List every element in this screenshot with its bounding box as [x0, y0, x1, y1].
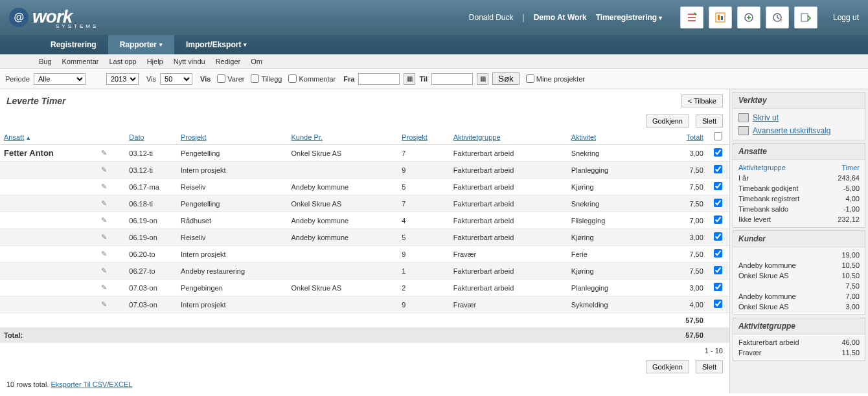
kv-val: 243,64 — [828, 173, 860, 183]
count-select[interactable]: 50 — [160, 73, 192, 85]
cell-prosjekt: Pengetelling — [177, 195, 288, 212]
export-link[interactable]: Eksporter Til CSV/EXCEL — [51, 380, 132, 388]
row-checkbox[interactable] — [714, 300, 722, 308]
col-prosjekt[interactable]: Prosjekt — [181, 133, 207, 141]
row-checkbox[interactable] — [714, 249, 722, 258]
calendar-icon[interactable]: ▦ — [404, 73, 415, 85]
chk-varer[interactable]: Varer — [217, 74, 244, 83]
toolbar-icon-3[interactable] — [737, 6, 760, 28]
menu-rediger[interactable]: Rediger — [216, 58, 241, 65]
logo: @ work SYSTEMS — [9, 6, 98, 29]
grand-total: 57,50 — [656, 328, 707, 343]
toolbar-icon-5[interactable] — [794, 6, 817, 28]
back-button[interactable]: < Tilbake — [681, 94, 723, 107]
cell-tot: 7,50 — [656, 195, 707, 212]
edit-icon[interactable]: ✎ — [100, 300, 109, 309]
cell-prosjekt: Andeby restaurering — [177, 263, 288, 280]
edit-icon[interactable]: ✎ — [100, 182, 109, 191]
pagination: 1 - 10 — [0, 343, 729, 358]
cell-kunde — [288, 296, 398, 313]
row-checkbox[interactable] — [714, 165, 722, 173]
edit-icon[interactable]: ✎ — [100, 166, 109, 174]
table-row: ✎07.03-onPengebingenOnkel Skrue AS2Faktu… — [0, 280, 729, 296]
col-ansatt[interactable]: Ansatt — [4, 133, 24, 141]
cell-tot: 3,00 — [656, 280, 707, 296]
search-button[interactable]: Søk — [492, 72, 520, 85]
edit-icon[interactable]: ✎ — [100, 149, 109, 157]
approve-button-bottom[interactable]: Godkjenn — [646, 360, 689, 373]
kv-key — [738, 281, 831, 291]
col-dato[interactable]: Dato — [129, 133, 144, 141]
app-header: @ work SYSTEMS Donald Duck | Demo At Wor… — [0, 0, 868, 35]
print-link[interactable]: Skriv ut — [738, 111, 860, 124]
header-module-dropdown[interactable]: Timeregistrering — [596, 13, 662, 22]
menu-om[interactable]: Om — [251, 58, 262, 65]
menu-kommentar[interactable]: Kommentar — [62, 58, 99, 65]
adv-print-link[interactable]: Avanserte utskriftsvalg — [738, 124, 860, 137]
row-checkbox[interactable] — [714, 182, 722, 190]
nav-item-import/eksport[interactable]: Import/Eksport — [174, 35, 258, 54]
approve-button-top[interactable]: Godkjenn — [646, 115, 689, 127]
header-company[interactable]: Demo At Work — [534, 13, 587, 22]
row-checkbox[interactable] — [714, 215, 722, 224]
delete-button-top[interactable]: Slett — [696, 115, 723, 127]
cell-akt: Snekring — [567, 145, 656, 162]
grand-label: Total: — [0, 328, 656, 343]
logout-link[interactable]: Logg ut — [833, 13, 859, 22]
toolbar-icon-4[interactable]: 7 — [766, 6, 789, 28]
chk-tillegg[interactable]: Tillegg — [251, 74, 282, 83]
select-all-checkbox[interactable] — [714, 132, 722, 140]
logo-subtext: SYSTEMS — [56, 23, 98, 29]
nav-item-registrering[interactable]: Registrering — [39, 35, 108, 54]
fra-input[interactable] — [358, 73, 400, 85]
calendar-icon[interactable]: ▦ — [477, 73, 488, 85]
cell-dato: 07.03-on — [125, 296, 177, 313]
svg-rect-2 — [721, 16, 723, 20]
adv-print-label: Avanserte utskriftsvalg — [753, 126, 831, 135]
col-totalt[interactable]: Totalt — [687, 133, 703, 141]
row-checkbox[interactable] — [714, 232, 722, 241]
col-aktgruppe[interactable]: Aktivitetgruppe — [453, 133, 501, 141]
menu-hjelp[interactable]: Hjelp — [147, 58, 163, 65]
employee-name: Fetter Anton — [4, 148, 54, 158]
col-prosjekt2[interactable]: Prosjekt — [402, 133, 428, 141]
cell-prosjekt: Intern prosjekt — [177, 162, 288, 179]
table-row: ✎06.19-onReiselivAndeby kommune5Fakturer… — [0, 229, 729, 246]
edit-icon[interactable]: ✎ — [100, 250, 109, 258]
edit-icon[interactable]: ✎ — [100, 199, 109, 208]
edit-icon[interactable]: ✎ — [100, 233, 109, 241]
period-select[interactable]: Alle — [34, 73, 86, 85]
row-checkbox[interactable] — [714, 283, 722, 291]
til-label: Til — [419, 75, 428, 83]
menu-bug[interactable]: Bug — [39, 58, 52, 65]
logo-badge-icon: @ — [9, 8, 29, 27]
row-checkbox[interactable] — [714, 266, 722, 274]
nav-item-rapporter[interactable]: Rapporter — [108, 35, 174, 54]
cell-pr: 9 — [398, 296, 450, 313]
delete-button-bottom[interactable]: Slett — [696, 360, 723, 373]
cell-grp: Fakturerbart arbeid — [450, 229, 567, 246]
year-select[interactable]: 2013 — [106, 73, 139, 85]
toolbar-icon-1[interactable] — [680, 6, 703, 28]
edit-icon[interactable]: ✎ — [100, 267, 109, 275]
edit-icon[interactable]: ✎ — [100, 216, 109, 225]
edit-icon[interactable]: ✎ — [100, 283, 109, 292]
chk-kommentar[interactable]: Kommentar — [288, 74, 336, 83]
col-aktivitet[interactable]: Aktivitet — [571, 133, 597, 141]
row-checkbox[interactable] — [714, 199, 722, 207]
row-checkbox[interactable] — [714, 148, 722, 157]
cell-pr: 9 — [398, 162, 450, 179]
kv-val: 46,00 — [832, 337, 860, 347]
filter-toolbar: Periode Alle 2013 Vis 50 Vis Varer Tille… — [0, 69, 868, 89]
til-input[interactable] — [431, 73, 473, 85]
table-row: ✎07.03-onIntern prosjekt9FraværSykmeldin… — [0, 296, 729, 313]
svg-rect-1 — [718, 15, 720, 20]
cell-pr: 1 — [398, 263, 450, 280]
menu-nytt-vindu[interactable]: Nytt vindu — [174, 58, 205, 65]
side-kunder-title: Kunder — [733, 231, 865, 247]
chk-mine[interactable]: Mine prosjekter — [526, 74, 585, 83]
toolbar-icon-2[interactable] — [709, 6, 732, 28]
cell-grp: Fakturerbart arbeid — [450, 145, 567, 162]
col-kunde[interactable]: Kunde Pr. — [291, 133, 323, 141]
menu-last-opp[interactable]: Last opp — [109, 58, 136, 65]
